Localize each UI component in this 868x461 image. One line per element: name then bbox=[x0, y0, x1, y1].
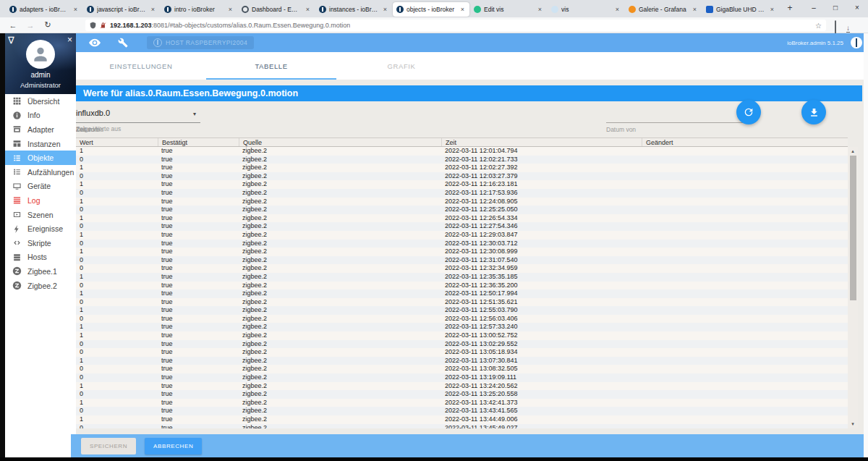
url-field[interactable]: 192.168.1.203:8081/#tab-objects/customs/… bbox=[85, 20, 826, 31]
page-tab[interactable]: GRAFIK bbox=[336, 52, 467, 80]
reload-button[interactable]: ↻ bbox=[39, 20, 56, 30]
cell-wert: 1 bbox=[76, 357, 158, 365]
browser-tab[interactable]: objects - ioBroker × bbox=[393, 2, 469, 17]
table-scrollbar[interactable]: ▴ ▾ bbox=[848, 147, 858, 428]
sidebar-item[interactable]: Adapter bbox=[5, 122, 76, 137]
cell-wert: 1 bbox=[76, 248, 158, 256]
minimize-button[interactable]: – bbox=[803, 0, 825, 17]
tab-close-icon[interactable]: × bbox=[769, 6, 775, 14]
browser-tab[interactable]: Galerie - Grafana × bbox=[625, 2, 702, 17]
browser-tab[interactable]: GigaBlue UHD Quad 4k - O × bbox=[702, 2, 779, 17]
sidebar-item[interactable]: Hosts bbox=[5, 250, 76, 265]
tab-close-icon[interactable]: × bbox=[614, 6, 621, 14]
tab-close-icon[interactable]: × bbox=[692, 6, 698, 14]
url-text: 192.168.1.203:8081/#tab-objects/customs/… bbox=[110, 22, 350, 29]
sidebar-item[interactable]: Instanzen bbox=[5, 137, 76, 151]
scroll-down-icon[interactable]: ▾ bbox=[848, 420, 858, 428]
browser-tab[interactable]: Edit vis × bbox=[470, 2, 547, 17]
cell-quelle: zigbee.2 bbox=[239, 424, 441, 428]
cell-geaendert bbox=[642, 273, 848, 282]
cell-geaendert bbox=[642, 147, 848, 156]
browser-tab[interactable]: vis × bbox=[548, 2, 624, 17]
table-row: 1 true zigbee.2 2022-03-11 13:42:41.373 bbox=[76, 399, 848, 407]
downloads-icon[interactable]: ↓ bbox=[846, 20, 850, 33]
cell-wert: 1 bbox=[76, 306, 158, 315]
tab-close-icon[interactable]: × bbox=[537, 6, 543, 14]
forward-button[interactable]: → bbox=[22, 21, 39, 30]
sidebar-item-icon bbox=[12, 182, 22, 191]
tab-close-icon[interactable]: × bbox=[72, 6, 79, 14]
back-button[interactable]: ← bbox=[4, 21, 22, 30]
close-window-button[interactable]: × bbox=[846, 0, 868, 17]
browser-tab[interactable]: javascript - ioBroker × bbox=[83, 2, 160, 17]
tab-close-icon[interactable]: × bbox=[150, 6, 156, 14]
sidebar-item[interactable]: Aufzählungen bbox=[5, 165, 76, 179]
avatar[interactable] bbox=[26, 40, 55, 69]
sidebar-close-icon[interactable]: × bbox=[67, 35, 72, 44]
cell-bestaetigt: true bbox=[158, 240, 239, 248]
browser-tab[interactable]: intro - ioBroker × bbox=[161, 2, 237, 17]
cell-wert: 1 bbox=[76, 198, 158, 206]
refresh-button[interactable] bbox=[736, 100, 761, 124]
scroll-up-icon[interactable]: ▴ bbox=[848, 147, 858, 156]
cell-zeit: 2022-03-11 13:43:41.565 bbox=[441, 407, 642, 415]
cell-quelle: zigbee.2 bbox=[239, 198, 441, 206]
wrench-icon[interactable] bbox=[118, 38, 128, 48]
cell-zeit: 2022-03-11 12:55:03.790 bbox=[441, 306, 642, 315]
host-button[interactable]: HOST RASPBERRYPI2004 bbox=[147, 36, 254, 49]
tab-close-icon[interactable]: × bbox=[227, 6, 234, 14]
sidebar-item[interactable]: Log bbox=[5, 193, 76, 208]
cell-geaendert bbox=[642, 306, 848, 315]
save-button[interactable]: SPEICHERN bbox=[81, 438, 136, 454]
source-select[interactable]: influxdb.0 ▾ bbox=[76, 104, 200, 123]
scrollbar-thumb[interactable] bbox=[850, 156, 856, 300]
cell-geaendert bbox=[642, 340, 848, 349]
column-header-quelle[interactable]: Quelle bbox=[239, 138, 441, 146]
sidebar-item[interactable]: Skripte bbox=[5, 236, 76, 250]
page-tab[interactable]: EINSTELLUNGEN bbox=[76, 52, 206, 80]
tab-title: adapters - ioBroker bbox=[20, 6, 69, 13]
tab-close-icon[interactable]: × bbox=[459, 6, 466, 14]
sidebar-item-icon bbox=[12, 111, 22, 120]
cell-wert: 1 bbox=[76, 289, 158, 298]
column-header-geaendert[interactable]: Geändert bbox=[642, 138, 848, 146]
new-tab-button[interactable]: + bbox=[783, 1, 797, 16]
sidebar-item[interactable]: Zigbee.2 bbox=[5, 279, 76, 293]
tracking-shield-icon[interactable] bbox=[90, 22, 96, 29]
cell-zeit: 2022-03-11 12:51:35.621 bbox=[441, 298, 642, 307]
cell-wert: 0 bbox=[76, 390, 158, 399]
column-header-wert[interactable]: Wert bbox=[76, 138, 158, 146]
browser-tab[interactable]: Dashboard - ESPHome × bbox=[238, 2, 315, 17]
eye-icon[interactable] bbox=[89, 38, 101, 47]
column-header-bestaetigt[interactable]: Bestätigt bbox=[158, 138, 239, 146]
insecure-lock-icon[interactable] bbox=[100, 22, 106, 29]
sidebar-item-icon bbox=[12, 139, 22, 148]
sidebar-item-label: Instanzen bbox=[27, 140, 61, 148]
export-button[interactable] bbox=[801, 100, 826, 124]
bookmark-star-icon[interactable]: ☆ bbox=[815, 22, 822, 30]
cell-zeit: 2022-03-11 12:26:54.334 bbox=[441, 214, 642, 223]
sidebar-item[interactable]: Übersicht bbox=[5, 94, 76, 109]
cell-quelle: zigbee.2 bbox=[239, 373, 441, 382]
browser-tab[interactable]: instances - ioBroker × bbox=[315, 2, 392, 17]
sidebar-item[interactable]: Geräte bbox=[5, 179, 76, 194]
sidebar-item[interactable]: Objekte bbox=[5, 151, 76, 165]
sidebar-item[interactable]: Zigbee.1 bbox=[5, 264, 76, 279]
sidebar-item[interactable]: Info bbox=[5, 109, 76, 123]
tab-close-icon[interactable]: × bbox=[382, 6, 388, 14]
date-from-field[interactable]: Datum von bbox=[606, 104, 744, 123]
cancel-button[interactable]: ABBRECHEN bbox=[145, 438, 202, 454]
cell-bestaetigt: true bbox=[158, 348, 239, 357]
tab-close-icon[interactable]: × bbox=[305, 6, 311, 14]
sidebar-item[interactable]: Ereignisse bbox=[5, 221, 76, 236]
cell-wert: 1 bbox=[76, 147, 158, 156]
page-tab[interactable]: TABELLE bbox=[206, 52, 336, 80]
browser-tab[interactable]: adapters - ioBroker × bbox=[6, 2, 82, 17]
sidebar-item[interactable]: Szenen bbox=[5, 208, 76, 222]
column-header-zeit[interactable]: Zeit bbox=[441, 138, 642, 146]
maximize-button[interactable]: □ bbox=[825, 0, 846, 17]
cell-zeit: 2022-03-11 13:00:52.752 bbox=[441, 331, 642, 340]
page-tabs: EINSTELLUNGEN TABELLE GRAFIK bbox=[76, 52, 868, 80]
page-scrollbar-track[interactable] bbox=[864, 33, 868, 457]
extensions-icon[interactable] bbox=[835, 21, 836, 34]
